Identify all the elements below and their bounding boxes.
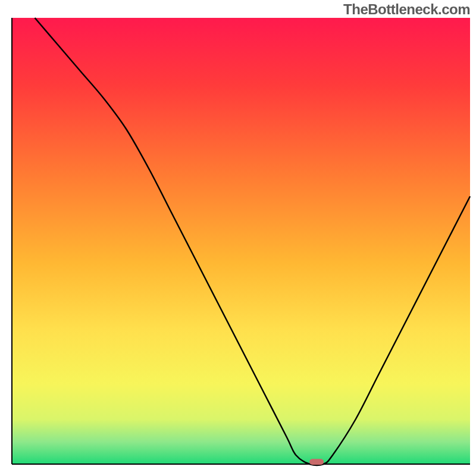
watermark-text: TheBottleneck.com <box>343 1 470 18</box>
chart-container: TheBottleneck.com <box>0 0 476 476</box>
bottleneck-chart <box>0 0 476 476</box>
chart-background <box>12 18 470 464</box>
optimal-marker <box>309 459 324 465</box>
